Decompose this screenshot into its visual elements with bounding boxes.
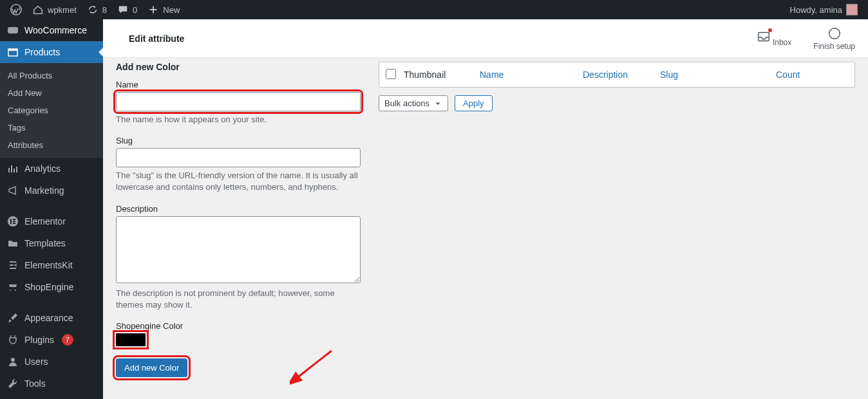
slug-label: Slug <box>116 136 361 145</box>
comments[interactable]: 0 <box>112 0 142 19</box>
elementskit-icon <box>6 259 19 272</box>
comment-icon <box>117 4 129 15</box>
admin-sidebar: WooCommerce Products All Products Add Ne… <box>0 19 103 399</box>
sidebar-item-plugins[interactable]: Plugins 7 <box>0 329 103 351</box>
col-name[interactable]: Name <box>480 70 583 80</box>
bulk-actions-row: Bulk actions Apply <box>379 95 855 111</box>
sidebar-item-label: Products <box>24 47 60 57</box>
products-icon <box>6 46 19 59</box>
description-textarea[interactable] <box>116 216 361 283</box>
sidebar-item-analytics[interactable]: Analytics <box>0 158 103 180</box>
svg-point-14 <box>829 28 840 39</box>
select-all-checkbox[interactable] <box>386 69 396 79</box>
sidebar-item-appearance[interactable]: Appearance <box>0 307 103 329</box>
svg-rect-1 <box>8 27 18 33</box>
svg-point-9 <box>11 358 15 362</box>
refresh-icon <box>87 4 99 15</box>
sidebar-item-label: Marketing <box>24 185 64 196</box>
form-heading: Add new Color <box>116 62 361 72</box>
site-name-label: wpkmet <box>48 5 77 15</box>
circle-icon <box>827 26 842 41</box>
sidebar-item-settings[interactable]: Settings <box>0 394 103 399</box>
submenu-tags[interactable]: Tags <box>0 119 103 136</box>
page-title: Edit attribute <box>129 33 184 44</box>
new-content[interactable]: New <box>142 0 185 19</box>
bulk-actions-select[interactable]: Bulk actions <box>379 95 448 111</box>
col-thumbnail[interactable]: Thumbnail <box>404 70 480 80</box>
updates[interactable]: 8 <box>82 0 112 19</box>
analytics-icon <box>6 162 19 175</box>
shopengine-color-label: Shopengine Color <box>116 321 361 331</box>
submenu-all-products[interactable]: All Products <box>0 67 103 84</box>
slug-help: The "slug" is the URL-friendly version o… <box>116 170 361 193</box>
sidebar-item-products[interactable]: Products <box>0 41 103 63</box>
comments-count: 0 <box>133 5 137 15</box>
name-help: The name is how it appears on your site. <box>116 114 361 125</box>
plugins-badge: 7 <box>62 334 73 346</box>
add-term-form: Add new Color Name The name is how it ap… <box>116 62 361 377</box>
sidebar-item-elementor[interactable]: Elementor <box>0 210 103 232</box>
brush-icon <box>6 311 19 324</box>
name-input[interactable] <box>116 92 361 111</box>
finish-setup-button[interactable]: Finish setup <box>813 26 855 51</box>
col-count[interactable]: Count <box>776 70 800 80</box>
sidebar-item-label: Elementor <box>24 216 66 227</box>
active-indicator <box>99 47 103 57</box>
sidebar-item-label: ElementsKit <box>24 260 73 270</box>
finish-setup-label: Finish setup <box>813 42 855 51</box>
description-label: Description <box>116 204 361 214</box>
shopengine-icon <box>6 281 19 293</box>
inbox-button[interactable]: Inbox <box>757 30 792 47</box>
name-label: Name <box>116 80 361 89</box>
folder-icon <box>6 237 19 250</box>
apply-button[interactable]: Apply <box>455 95 493 111</box>
bulk-actions-label: Bulk actions <box>384 98 429 108</box>
sidebar-item-marketing[interactable]: Marketing <box>0 180 103 201</box>
svg-rect-8 <box>13 223 15 224</box>
terms-table-area: Thumbnail Name Description Slug Count Bu… <box>379 62 855 377</box>
sidebar-item-tools[interactable]: Tools <box>0 373 103 394</box>
svg-rect-3 <box>8 49 17 51</box>
new-label: New <box>163 5 180 15</box>
sidebar-item-label: Templates <box>24 238 66 248</box>
sidebar-item-label: Appearance <box>24 313 73 323</box>
submenu-add-new[interactable]: Add New <box>0 84 103 102</box>
sidebar-item-label: Plugins <box>24 335 54 345</box>
sidebar-item-woocommerce[interactable]: WooCommerce <box>0 19 103 41</box>
svg-rect-13 <box>758 33 769 41</box>
inbox-label: Inbox <box>773 38 791 47</box>
col-slug[interactable]: Slug <box>660 70 776 80</box>
sidebar-item-templates[interactable]: Templates <box>0 232 103 254</box>
sidebar-item-elementskit[interactable]: ElementsKit <box>0 254 103 276</box>
user-icon <box>6 355 19 368</box>
woo-icon <box>6 24 19 37</box>
submenu-attributes[interactable]: Attributes <box>0 136 103 154</box>
howdy-label: Howdy, amina <box>790 5 842 15</box>
sidebar-item-shopengine[interactable]: ShopEngine <box>0 276 103 298</box>
description-help: The description is not prominent by defa… <box>116 288 361 311</box>
slug-input[interactable] <box>116 148 361 167</box>
notification-dot <box>768 28 772 32</box>
plus-icon <box>147 4 159 15</box>
products-submenu: All Products Add New Categories Tags Att… <box>0 63 103 158</box>
svg-rect-5 <box>10 219 12 224</box>
howdy[interactable]: Howdy, amina <box>785 0 863 19</box>
sidebar-item-label: WooCommerce <box>24 25 87 35</box>
wrench-icon <box>6 377 19 390</box>
avatar <box>846 4 858 15</box>
col-description[interactable]: Description <box>583 70 660 80</box>
add-new-color-button[interactable]: Add new Color <box>116 358 187 377</box>
site-name[interactable]: wpkmet <box>27 0 82 19</box>
sidebar-item-label: Users <box>24 357 48 367</box>
wp-logo[interactable] <box>5 0 27 19</box>
sidebar-item-users[interactable]: Users <box>0 351 103 373</box>
page-header: Edit attribute Inbox Finish setup <box>103 19 868 58</box>
plug-icon <box>6 333 19 346</box>
megaphone-icon <box>6 184 19 197</box>
submenu-categories[interactable]: Categories <box>0 102 103 119</box>
color-swatch[interactable] <box>116 333 146 346</box>
elementor-icon <box>6 215 19 228</box>
admin-bar: wpkmet 8 0 New Howdy, amina <box>0 0 868 19</box>
sidebar-item-label: Tools <box>24 378 46 389</box>
home-icon <box>32 4 44 15</box>
